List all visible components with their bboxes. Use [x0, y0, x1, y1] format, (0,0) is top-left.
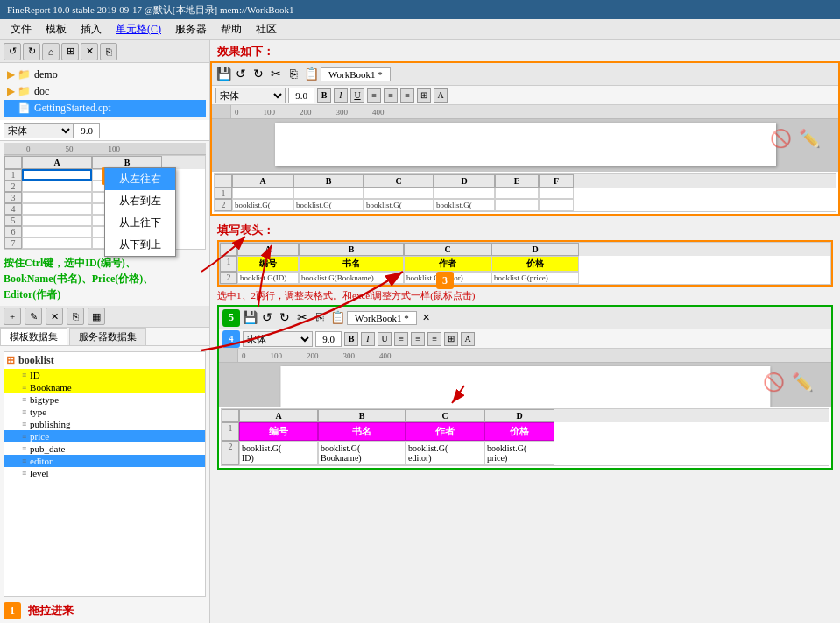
edit-dataset-btn[interactable]: ✎	[25, 308, 42, 325]
wb-paste-icon[interactable]: 📋	[303, 67, 319, 82]
tab-server-dataset[interactable]: 服务器数据集	[69, 328, 146, 345]
align-right-bottom[interactable]: ≡	[427, 332, 441, 346]
field-pub_date[interactable]: ≡ pub_date	[4, 442, 205, 455]
cell-A2[interactable]	[22, 181, 92, 192]
border-top[interactable]: ⊞	[417, 88, 431, 103]
menu-community[interactable]: 社区	[249, 20, 284, 39]
bold-btn-top[interactable]: B	[317, 88, 331, 103]
bottom-wb-cut-icon[interactable]: ✂	[294, 310, 310, 326]
bot-C2[interactable]: booklist.G(editor)	[406, 441, 484, 465]
bot-C1[interactable]: 作者	[406, 422, 484, 441]
cell-A3[interactable]	[22, 192, 92, 203]
mid-A1[interactable]: 编号	[237, 256, 299, 272]
top-B1[interactable]	[293, 188, 364, 199]
mid-B1[interactable]: 书名	[299, 256, 404, 272]
wb-copy-icon[interactable]: ⎘	[286, 67, 301, 82]
bottom-wb-close[interactable]: ✕	[422, 312, 430, 323]
wb-undo-icon[interactable]: ↺	[233, 67, 249, 82]
top-B2[interactable]: booklist.G(	[293, 199, 364, 211]
top-wb-tab[interactable]: WorkBook1 *	[321, 67, 391, 81]
bottom-wb-undo-icon[interactable]: ↺	[259, 310, 275, 326]
bot-D2[interactable]: booklist.G(price)	[484, 441, 554, 465]
add-dataset-btn[interactable]: +	[4, 308, 21, 325]
copy-btn[interactable]: ⎘	[100, 43, 117, 60]
italic-btn-bottom[interactable]: I	[361, 332, 375, 346]
bottom-wb-copy-icon[interactable]: ⎘	[312, 310, 328, 326]
bottom-wb-paste-icon[interactable]: 📋	[329, 310, 345, 326]
align-left-bottom[interactable]: ≡	[394, 332, 408, 346]
menu-template[interactable]: 模板	[39, 20, 74, 39]
underline-btn-bottom[interactable]: U	[378, 332, 392, 346]
context-menu-item-3[interactable]: 从上往下	[105, 212, 175, 234]
top-A2[interactable]: booklist.G(	[232, 199, 293, 211]
bot-A2[interactable]: booklist.G(ID)	[239, 441, 318, 465]
tab-template-dataset[interactable]: 模板数据集	[0, 328, 67, 345]
tree-item-demo[interactable]: ▶ 📁 demo	[4, 67, 206, 83]
field-editor[interactable]: ≡ editor	[4, 455, 205, 467]
top-D2[interactable]: booklist.G(	[434, 199, 495, 211]
font-size-bottom[interactable]	[315, 331, 342, 347]
font-size-top[interactable]	[288, 88, 314, 103]
border-bottom[interactable]: ⊞	[444, 332, 458, 346]
grid-btn[interactable]: ⊞	[61, 43, 79, 60]
fill-color-top[interactable]: A	[434, 88, 448, 103]
font-select-top[interactable]: 宋体	[215, 88, 286, 103]
context-menu-item-1[interactable]: 从左往右	[105, 168, 175, 190]
copy-dataset-btn[interactable]: ⎘	[67, 308, 84, 325]
italic-btn-top[interactable]: I	[334, 88, 348, 103]
align-center-bottom[interactable]: ≡	[411, 332, 425, 346]
top-F2[interactable]	[539, 199, 574, 211]
tree-item-doc[interactable]: ▶ 📁 doc	[4, 83, 206, 100]
wb-redo-icon[interactable]: ↻	[251, 67, 266, 82]
align-left-top[interactable]: ≡	[367, 88, 381, 103]
field-type[interactable]: ≡ type	[4, 406, 205, 418]
font-select-bottom[interactable]: 宋体	[243, 331, 313, 347]
mid-B2[interactable]: booklist.G(Bookname)	[299, 272, 404, 284]
cell-A7[interactable]	[22, 237, 92, 249]
menu-file[interactable]: 文件	[4, 20, 39, 39]
bottom-wb-tab[interactable]: WorkBook1 *	[347, 311, 417, 325]
cell-A4[interactable]	[22, 203, 92, 215]
bottom-wb-save-icon[interactable]: 💾	[242, 310, 258, 326]
bot-B2[interactable]: booklist.G(Bookname)	[318, 441, 406, 465]
menu-insert[interactable]: 插入	[74, 20, 109, 39]
top-D1[interactable]	[434, 188, 495, 199]
cell-A5[interactable]	[22, 215, 92, 226]
context-menu-item-4[interactable]: 从下到上	[105, 234, 175, 256]
delete-dataset-btn[interactable]: ✕	[46, 308, 63, 325]
delete-btn[interactable]: ✕	[81, 43, 98, 60]
field-level[interactable]: ≡ level	[4, 467, 205, 479]
home-btn[interactable]: ⌂	[42, 43, 60, 60]
field-Bookname[interactable]: ≡ Bookname	[4, 381, 205, 393]
field-bigtype[interactable]: ≡ bigtype	[4, 393, 205, 406]
top-E2[interactable]	[495, 199, 539, 211]
field-price[interactable]: ≡ price	[4, 430, 205, 442]
underline-btn-top[interactable]: U	[350, 88, 364, 103]
bottom-wb-redo-icon[interactable]: ↻	[277, 310, 293, 326]
top-E1[interactable]	[495, 188, 539, 199]
mid-C1[interactable]: 作者	[404, 256, 491, 272]
bot-B1[interactable]: 书名	[318, 422, 406, 441]
field-ID[interactable]: ≡ ID	[4, 369, 205, 381]
bot-D1[interactable]: 价格	[484, 422, 554, 441]
wb-save-icon[interactable]: 💾	[215, 67, 231, 82]
redo-btn[interactable]: ↻	[23, 43, 40, 60]
top-A1[interactable]	[232, 188, 293, 199]
mid-A2[interactable]: booklist.G(ID)	[237, 272, 299, 284]
menu-help[interactable]: 帮助	[214, 20, 249, 39]
field-publishing[interactable]: ≡ publishing	[4, 418, 205, 430]
menu-cell[interactable]: 单元格(C)	[109, 20, 168, 39]
mid-D2[interactable]: booklist.G(price)	[491, 272, 579, 284]
align-right-top[interactable]: ≡	[400, 88, 414, 103]
tree-item-file[interactable]: 📄 GettingStarted.cpt	[4, 100, 206, 117]
top-C2[interactable]: booklist.G(	[364, 199, 434, 211]
font-size-left[interactable]	[74, 123, 100, 138]
cell-A6[interactable]	[22, 226, 92, 237]
more-dataset-btn[interactable]: ▦	[88, 308, 105, 325]
fill-color-bottom[interactable]: A	[461, 332, 475, 346]
menu-server[interactable]: 服务器	[168, 20, 214, 39]
undo-btn[interactable]: ↺	[4, 43, 21, 60]
top-C1[interactable]	[364, 188, 434, 199]
bot-A1[interactable]: 编号	[239, 422, 318, 441]
font-select-left[interactable]: 宋体	[4, 123, 74, 138]
